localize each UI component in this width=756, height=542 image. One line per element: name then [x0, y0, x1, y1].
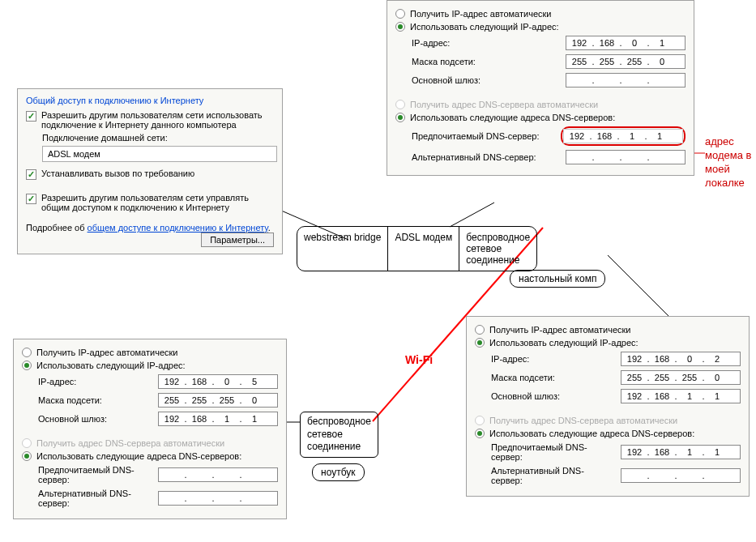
- net-panel-laptop: Получить IP-адрес автоматически Использо…: [13, 339, 287, 519]
- radio-auto-ip[interactable]: Получить IP-адрес автоматически: [22, 348, 278, 357]
- checkmark-icon: [26, 111, 36, 122]
- radio-auto-dns: Получить адрес DNS-сервера автоматически: [22, 438, 278, 448]
- radio-icon: [395, 113, 405, 122]
- device-webstream: webstream bridge: [297, 227, 388, 271]
- params-button[interactable]: Параметры...: [201, 233, 274, 247]
- dns1-input[interactable]: ...: [158, 467, 278, 482]
- gw-label: Основной шлюз:: [412, 75, 481, 85]
- dns2-input[interactable]: ...: [566, 150, 686, 164]
- radio-use-ip[interactable]: Использовать следующий IP-адрес:: [475, 338, 741, 348]
- ip-input[interactable]: 192.168.0.2: [621, 352, 741, 366]
- dns2-input[interactable]: ...: [158, 491, 278, 506]
- radio-icon: [22, 348, 32, 357]
- mask-input[interactable]: 255.255.255.0: [566, 54, 686, 69]
- checkmark-icon: [26, 169, 36, 180]
- radio-auto-ip[interactable]: Получить IP-адрес автоматически: [395, 9, 686, 19]
- gw-input[interactable]: 192.168.1.1: [621, 389, 741, 403]
- more-info: Подробнее об общем доступе к подключению…: [26, 223, 271, 233]
- device-adsl: ADSL модем: [388, 227, 459, 271]
- dns2-label: Альтернативный DNS-сервер:: [491, 466, 614, 485]
- radio-icon: [22, 438, 32, 448]
- modem-address-annotation: адрес модема в моей локалке: [705, 135, 751, 190]
- mask-input[interactable]: 255.255.255.0: [158, 393, 278, 408]
- dns1-label: Предпочитаемый DNS-сервер:: [38, 465, 152, 484]
- chk-allow-share-label: Разрешить другим пользователям сети испо…: [41, 110, 274, 130]
- svg-line-3: [608, 255, 673, 320]
- dns2-label: Альтернативный DNS-сервер:: [38, 489, 152, 508]
- desktop-devices-bar: webstream bridge ADSL модем беспроводное…: [297, 226, 537, 271]
- ip-label: IP-адрес:: [38, 377, 76, 386]
- ics-panel: Общий доступ к подключению к Интернету Р…: [17, 88, 283, 254]
- radio-use-dns[interactable]: Использовать следующие адреса DNS-сервер…: [475, 429, 741, 438]
- gw-label: Основной шлюз:: [38, 414, 107, 424]
- gw-label: Основной шлюз:: [491, 391, 560, 401]
- radio-auto-dns: Получить адрес DNS-сервера автоматически: [475, 416, 741, 425]
- chk-allow-share[interactable]: Разрешить другим пользователям сети испо…: [26, 110, 274, 130]
- gw-input[interactable]: ...: [566, 73, 686, 87]
- radio-icon: [395, 100, 405, 109]
- radio-icon: [22, 361, 32, 370]
- radio-use-dns[interactable]: Использовать следующие адреса DNS-сервер…: [22, 451, 278, 461]
- dns2-label: Альтернативный DNS-сервер:: [412, 152, 536, 162]
- home-net-dropdown[interactable]: ADSL модем: [42, 146, 277, 162]
- ics-help-link[interactable]: общем доступе к подключению к Интернету: [88, 223, 268, 233]
- radio-icon: [475, 429, 485, 438]
- radio-icon: [475, 416, 485, 425]
- chk-dial-label: Устанавливать вызов по требованию: [41, 169, 194, 178]
- radio-use-ip[interactable]: Использовать следующий IP-адрес:: [395, 22, 686, 32]
- dns1-input[interactable]: 192.168.1.1: [621, 445, 741, 459]
- radio-use-ip[interactable]: Использовать следующий IP-адрес:: [22, 361, 278, 370]
- radio-icon: [395, 22, 405, 32]
- radio-auto-ip[interactable]: Получить IP-адрес автоматически: [475, 325, 741, 335]
- dns1-input[interactable]: 192.168.1.1: [563, 129, 683, 143]
- radio-icon: [475, 338, 485, 348]
- desktop-label: настольный комп: [510, 270, 605, 288]
- net-panel-desktop-wifi: Получить IP-адрес автоматически Использо…: [466, 316, 750, 497]
- ip-input[interactable]: 192.168.0.1: [566, 36, 686, 50]
- mask-input[interactable]: 255.255.255.0: [621, 370, 741, 385]
- mask-label: Маска подсети:: [491, 373, 555, 382]
- net-panel-desktop-adsl: Получить IP-адрес автоматически Использо…: [387, 0, 694, 176]
- mask-label: Маска подсети:: [412, 57, 476, 66]
- laptop-wireless-box: беспроводное сетевое соединение: [300, 412, 378, 458]
- ip-input[interactable]: 192.168.0.5: [158, 374, 278, 389]
- wifi-label: Wi-Fi: [405, 353, 433, 366]
- svg-line-1: [450, 203, 494, 227]
- ip-label: IP-адрес:: [412, 38, 450, 48]
- radio-icon: [475, 325, 485, 335]
- radio-auto-dns: Получить адрес DNS-сервера автоматически: [395, 100, 686, 109]
- device-wireless: беспроводное сетевое соединение: [459, 227, 536, 271]
- checkmark-icon: [26, 194, 36, 204]
- ics-header: Общий доступ к подключению к Интернету: [26, 96, 274, 105]
- dns2-input[interactable]: ...: [621, 468, 741, 483]
- chk-control-label: Разрешить другим пользователям сети упра…: [41, 193, 274, 212]
- dns1-label: Предпочитаемый DNS-сервер:: [412, 131, 539, 141]
- home-net-label: Подключение домашней сети:: [42, 133, 274, 143]
- radio-icon: [395, 9, 405, 19]
- laptop-label: ноутбук: [312, 463, 365, 481]
- radio-use-dns[interactable]: Использовать следующие адреса DNS-сервер…: [395, 113, 686, 122]
- gw-input[interactable]: 192.168.1.1: [158, 412, 278, 426]
- mask-label: Маска подсети:: [38, 395, 102, 405]
- chk-allow-control[interactable]: Разрешить другим пользователям сети упра…: [26, 193, 274, 212]
- radio-icon: [22, 451, 32, 461]
- chk-dial-on-demand[interactable]: Устанавливать вызов по требованию: [26, 169, 274, 180]
- ip-label: IP-адрес:: [491, 354, 529, 364]
- dns1-label: Предпочитаемый DNS-сервер:: [491, 442, 614, 462]
